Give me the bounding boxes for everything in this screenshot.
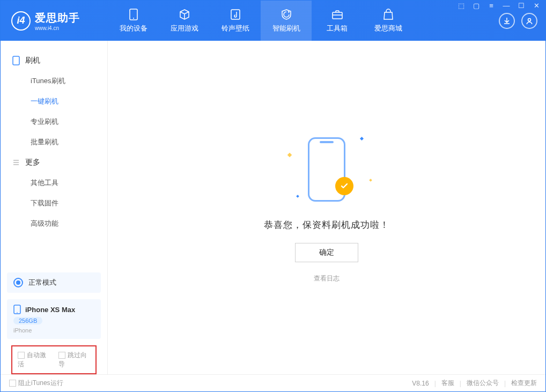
checkbox-icon [18,352,25,359]
sidebar-head-more[interactable]: 更多 [1,152,107,173]
cube-icon [179,9,190,20]
header-right [499,13,545,29]
app-window: ⬚ ▢ ≡ — ☐ ✕ i4 爱思助手 www.i4.cn 我的设备 应用游戏 [0,0,546,392]
sidebar-item-pro[interactable]: 专业刷机 [1,112,107,132]
sidebar-item-onekey[interactable]: 一键刷机 [1,91,107,112]
sidebar-item-advanced[interactable]: 高级功能 [1,213,107,234]
nav-store-label: 爱思商城 [374,24,402,33]
sidebar-item-batch[interactable]: 批量刷机 [1,132,107,152]
svg-point-7 [17,312,18,313]
checkbox-icon [9,380,16,387]
feedback-icon[interactable]: ▢ [471,2,481,10]
logo-icon: i4 [11,11,31,31]
support-link[interactable]: 客服 [441,379,454,388]
shield-icon [281,9,292,20]
toolbox-icon [331,9,343,20]
sidebar-head-flash[interactable]: 刷机 [1,50,107,71]
content: 恭喜您，保资料刷机成功啦！ 确定 查看日志 [108,41,545,374]
phone-icon [128,9,139,20]
mode-label: 正常模式 [28,278,56,287]
minimize-icon[interactable]: — [501,2,511,10]
logo[interactable]: i4 爱思助手 www.i4.cn [1,11,108,31]
sparkle-icon [287,153,292,157]
sparkle-icon [369,179,372,182]
nav-toolbox[interactable]: 工具箱 [312,1,363,41]
nav-ringtones[interactable]: 铃声壁纸 [210,1,261,41]
sidebar-item-other[interactable]: 其他工具 [1,173,107,193]
view-log-link[interactable]: 查看日志 [314,274,340,283]
check-badge-icon [335,177,353,195]
wechat-link[interactable]: 微信公众号 [467,379,499,388]
phone-small-icon [13,305,21,314]
nav-toolbox-label: 工具箱 [327,24,348,33]
ok-button[interactable]: 确定 [295,243,358,262]
device-card[interactable]: iPhone XS Max 256GB iPhone [7,299,101,339]
sidebar-item-firmware[interactable]: 下载固件 [1,193,107,213]
download-button[interactable] [499,13,515,29]
nav-store[interactable]: 爱思商城 [363,1,414,41]
footer: 阻止iTunes运行 V8.16 | 客服 | 微信公众号 | 检查更新 [1,374,545,391]
nav-apps-label: 应用游戏 [171,24,198,33]
device-icon [12,56,20,65]
mode-icon [13,278,23,287]
mode-card[interactable]: 正常模式 [7,272,101,293]
list-icon [12,159,20,166]
skin-icon[interactable]: ⬚ [456,2,466,10]
bag-icon [382,9,394,20]
body: 刷机 iTunes刷机 一键刷机 专业刷机 批量刷机 更多 其他工具 下载固件 … [1,41,545,374]
user-button[interactable] [521,13,537,29]
options-box: 自动激活 跳过向导 [11,345,97,374]
svg-rect-5 [13,56,19,65]
svg-point-1 [133,18,134,19]
checkbox-auto-activate[interactable]: 自动激活 [18,351,50,369]
app-name: 爱思助手 [35,11,80,25]
sidebar: 刷机 iTunes刷机 一键刷机 专业刷机 批量刷机 更多 其他工具 下载固件 … [1,41,108,374]
svg-rect-2 [231,10,240,19]
menu-icon[interactable]: ≡ [486,2,496,10]
version-label: V8.16 [412,380,429,387]
sparkle-icon [296,195,299,198]
titlebar-controls: ⬚ ▢ ≡ — ☐ ✕ [456,2,541,10]
nav-flash-label: 智能刷机 [272,24,300,33]
sidebar-head-more-label: 更多 [25,158,40,167]
nav-device[interactable]: 我的设备 [108,1,159,41]
maximize-icon[interactable]: ☐ [517,2,526,10]
sidebar-head-flash-label: 刷机 [25,56,40,65]
checkbox-block-itunes[interactable]: 阻止iTunes运行 [9,379,63,388]
sidebar-item-itunes[interactable]: iTunes刷机 [1,71,107,91]
svg-rect-3 [333,12,342,19]
close-icon[interactable]: ✕ [532,2,541,10]
device-capacity: 256GB [13,317,42,324]
checkbox-skip-setup[interactable]: 跳过向导 [58,351,91,369]
svg-point-4 [528,18,531,21]
nav-apps[interactable]: 应用游戏 [159,1,210,41]
success-illustration [278,132,375,207]
checkbox-icon [58,352,65,359]
nav-flash[interactable]: 智能刷机 [261,1,312,41]
device-type: iPhone [13,327,94,334]
check-update-link[interactable]: 检查更新 [511,379,537,388]
nav-ringtones-label: 铃声壁纸 [222,24,249,33]
nav-device-label: 我的设备 [120,24,147,33]
music-icon [230,9,241,20]
nav: 我的设备 应用游戏 铃声壁纸 智能刷机 工具箱 爱思商城 [108,1,499,41]
app-domain: www.i4.cn [35,25,80,31]
sparkle-icon [360,137,364,140]
success-message: 恭喜您，保资料刷机成功啦！ [264,219,389,231]
device-name: iPhone XS Max [25,306,75,314]
